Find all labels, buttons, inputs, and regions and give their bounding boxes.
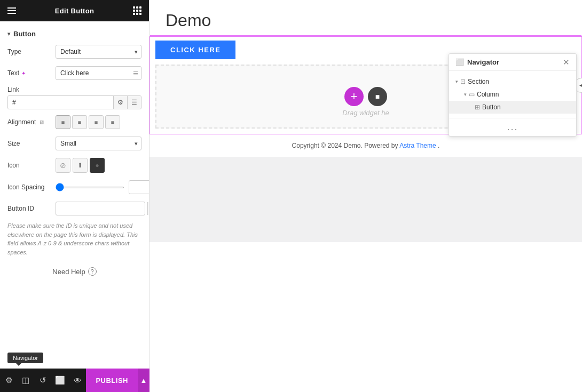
publish-button[interactable]: PUBLISH [86, 369, 138, 392]
dynamic-text-icon: ✦ [21, 70, 26, 76]
panel-content: ▾ Button Type Default Info Success Warni… [0, 21, 149, 392]
need-help-label: Need Help [52, 268, 85, 276]
alignment-control: ≡ ≡ ≡ ≡ [56, 115, 141, 129]
size-label: Size [7, 140, 56, 147]
icon-row: Icon ⊘ ⬆ ● [0, 154, 149, 177]
icon-control: ⊘ ⬆ ● [56, 158, 141, 173]
navigator-more-btn[interactable]: ... [449, 118, 576, 136]
panel-header: Edit Button [0, 0, 149, 21]
align-right-icon: ≡ [95, 119, 98, 125]
preview-bottom-btn[interactable]: 👁 [69, 369, 86, 392]
link-label: Link [7, 86, 141, 93]
icon-spacing-row: Icon Spacing [0, 177, 149, 198]
align-center-icon: ≡ [78, 119, 81, 125]
align-center-btn[interactable]: ≡ [72, 115, 87, 129]
size-select[interactable]: Small Medium Large [56, 137, 141, 150]
click-here-button[interactable]: CLICK HERE [155, 41, 235, 59]
text-input-wrap: ☰ [56, 66, 141, 80]
align-left-btn[interactable]: ≡ [56, 115, 70, 129]
icon-none-btn[interactable]: ⊘ [56, 158, 70, 173]
icon-spacing-value-input[interactable] [129, 180, 149, 194]
size-select-wrap: Small Medium Large [56, 137, 141, 150]
folder-widget-btn[interactable]: ■ [368, 87, 387, 106]
settings-bottom-btn[interactable]: ⚙ [0, 369, 17, 392]
navigator-panel: ⬜ Navigator ✕ ▾ ⊡ Section ▾ ▭ Column ⊞ B… [449, 53, 577, 137]
nav-button-label: Button [482, 103, 501, 111]
footer-period: . [438, 142, 439, 149]
type-select[interactable]: Default Info Success Warning Danger [56, 45, 141, 59]
nav-column-item[interactable]: ▾ ▭ Column [449, 88, 576, 101]
button-id-control: ☰ [56, 202, 149, 215]
icon-spacing-label: Icon Spacing [7, 183, 56, 191]
align-right-btn[interactable]: ≡ [89, 115, 104, 129]
navigator-close-btn[interactable]: ✕ [563, 58, 570, 66]
type-row: Type Default Info Success Warning Danger [0, 41, 149, 62]
link-settings-btn[interactable]: ⚙ [113, 96, 127, 109]
text-input[interactable] [56, 66, 141, 80]
nav-column-label: Column [477, 91, 499, 98]
size-row: Size Small Medium Large [0, 133, 149, 154]
circle-icon: ● [95, 162, 99, 169]
nav-column-icon: ▭ [469, 91, 475, 98]
icon-upload-btn[interactable]: ⬆ [73, 158, 88, 173]
icon-circle-btn[interactable]: ● [90, 158, 105, 173]
footer-copyright-text: Copyright © 2024 Demo. Powered by [292, 142, 400, 149]
page-footer: Copyright © 2024 Demo. Powered by Astra … [150, 134, 582, 157]
left-panel: Edit Button ▾ Button Type Default Info S… [0, 0, 150, 392]
text-label: Text ✦ [7, 69, 56, 77]
bottom-bar: ⚙ ◫ ↺ ⬜ 👁 PUBLISH ▲ [0, 369, 150, 392]
link-row: Link ⚙ ☰ [0, 84, 149, 111]
align-justify-btn[interactable]: ≡ [105, 115, 120, 129]
text-options-icon[interactable]: ☰ [133, 70, 138, 77]
navigator-panel-icon: ⬜ [455, 58, 464, 66]
type-label: Type [7, 48, 56, 55]
button-section-label: Button [13, 30, 36, 38]
footer-astra-link[interactable]: Astra Theme [399, 142, 436, 149]
nav-button-item[interactable]: ⊞ Button [449, 101, 576, 114]
alignment-buttons-group: ≡ ≡ ≡ ≡ [56, 115, 120, 129]
nav-section-item[interactable]: ▾ ⊡ Section [449, 75, 576, 88]
upload-icon: ⬆ [77, 162, 83, 169]
type-control: Default Info Success Warning Danger [56, 45, 141, 59]
nav-section-chevron: ▾ [455, 79, 458, 84]
section-pink-bar [150, 35, 581, 37]
page-title: Demo [166, 11, 566, 30]
button-id-row: Button ID ☰ [0, 198, 149, 219]
text-row: Text ✦ ☰ [0, 62, 149, 84]
button-id-wrap: ☰ [56, 202, 149, 215]
alignment-row: Alignment 🖥 ≡ ≡ ≡ ≡ [0, 111, 149, 133]
size-control: Small Medium Large [56, 137, 141, 150]
button-id-label: Button ID [7, 205, 56, 212]
bottom-gray-area [150, 157, 582, 242]
add-widget-btn[interactable]: + [344, 87, 364, 106]
history-bottom-btn[interactable]: ↺ [35, 369, 52, 392]
no-icon-symbol: ⊘ [60, 161, 66, 170]
grid-menu-icon[interactable] [133, 6, 141, 15]
icon-label: Icon [7, 162, 56, 169]
slider-wrap [56, 180, 149, 194]
page-title-area: Demo [150, 0, 582, 36]
type-select-wrap: Default Info Success Warning Danger [56, 45, 141, 59]
section-chevron-icon: ▾ [7, 31, 10, 37]
nav-column-chevron: ▾ [464, 92, 467, 97]
link-input-wrap: ⚙ ☰ [7, 95, 141, 109]
icon-spacing-control [56, 180, 149, 194]
icon-spacing-slider[interactable] [56, 187, 124, 188]
hamburger-menu-icon[interactable] [7, 7, 16, 14]
button-id-options-btn[interactable]: ☰ [147, 202, 149, 215]
align-justify-icon: ≡ [111, 119, 114, 125]
alignment-screen-icon: 🖥 [39, 119, 44, 125]
publish-chevron-btn[interactable]: ▲ [138, 369, 150, 392]
need-help-row[interactable]: Need Help ? [0, 262, 149, 281]
layers-bottom-btn[interactable]: ◫ [17, 369, 34, 392]
button-id-input[interactable] [56, 202, 145, 215]
link-options-btn[interactable]: ☰ [127, 96, 141, 109]
icon-buttons-group: ⊘ ⬆ ● [56, 158, 105, 173]
nav-button-icon: ⊞ [475, 103, 480, 111]
drag-text: Drag widget he [342, 109, 389, 117]
navigator-panel-header: ⬜ Navigator ✕ [449, 54, 576, 71]
link-input[interactable] [8, 96, 113, 109]
responsive-bottom-btn[interactable]: ⬜ [52, 369, 69, 392]
button-section-header[interactable]: ▾ Button [0, 27, 149, 41]
main-area: Demo CLICK HERE + ■ Drag widget he ◀ Cop… [150, 0, 582, 392]
